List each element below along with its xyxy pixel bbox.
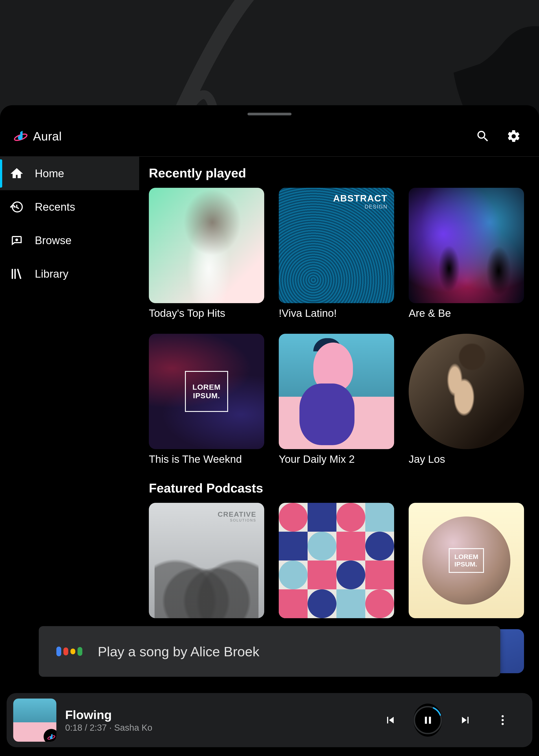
svg-rect-12 [308,561,337,589]
svg-rect-9 [337,532,365,561]
svg-point-21 [414,704,442,737]
more-vert-icon [496,714,509,727]
play-pause-button[interactable] [414,706,442,734]
playlist-tile[interactable]: Are & Be [409,188,524,319]
tile-label: !Viva Latino! [279,307,394,319]
nav-item-home[interactable]: Home [0,157,139,190]
featured-podcasts-grid: CREATIVE SOLUTIONS [149,503,529,618]
tile-label: Are & Be [409,307,524,319]
progress-ring [414,704,442,737]
svg-point-23 [501,719,504,721]
now-playing-art[interactable] [13,699,56,742]
assistant-text: Play a song by Alice Broek [98,644,259,659]
cover-overlay-text: IPSUM. [454,561,477,568]
svg-point-10 [365,532,394,561]
skip-next-icon [459,714,472,727]
svg-rect-4 [308,503,337,532]
app-title: Aural [33,129,62,143]
svg-point-24 [501,723,504,725]
playlist-tile[interactable]: Today's Top Hits [149,188,264,319]
browse-icon [10,233,24,248]
cover-art [279,334,394,449]
now-playing-info[interactable]: Flowing 0:18 / 2:37 · Sasha Ko [65,708,152,733]
svg-rect-15 [279,589,308,618]
svg-point-11 [279,561,308,589]
gear-icon [506,129,521,144]
cover-overlay-text: ABSTRACT [333,193,388,204]
cover-art [409,334,524,449]
app-logo[interactable]: Aural [13,128,62,144]
svg-point-22 [501,715,504,718]
podcast-tile[interactable] [279,503,394,618]
cover-overlay-text: LOREM [454,553,478,560]
history-icon [10,200,24,214]
tile-label: This is The Weeknd [149,453,264,465]
settings-button[interactable] [501,124,526,148]
nav-label: Library [35,267,68,280]
svg-point-5 [337,503,365,532]
cover-art [149,188,264,303]
app-logo-icon [13,128,28,144]
nav-item-recents[interactable]: Recents [0,190,139,224]
svg-point-18 [365,589,394,618]
cover-art [279,503,394,618]
tile-label: Jay Los [409,453,524,465]
cover-overlay-text: IPSUM. [193,391,220,400]
tile-label: Today's Top Hits [149,307,264,319]
home-icon [10,167,24,181]
search-icon [476,129,490,144]
more-options-button[interactable] [488,706,517,734]
previous-track-button[interactable] [376,706,405,734]
svg-point-16 [308,589,337,618]
recently-played-grid: Today's Top Hits ABSTRACT DESIGN !Viva L… [149,188,529,465]
library-icon [10,267,24,281]
svg-point-13 [337,561,365,589]
now-playing-bar[interactable]: Flowing 0:18 / 2:37 · Sasha Ko [7,693,532,747]
nav-item-browse[interactable]: Browse [0,224,139,257]
search-button[interactable] [471,124,495,148]
nav-item-library[interactable]: Library [0,257,139,291]
nav-label: Browse [35,234,72,247]
svg-rect-14 [365,561,394,589]
cover-art: LOREM IPSUM. [149,334,264,449]
next-track-button[interactable] [451,706,480,734]
svg-point-8 [308,532,337,561]
svg-rect-6 [365,503,394,532]
svg-point-2 [16,239,18,241]
cover-overlay-text: DESIGN [333,204,388,210]
now-playing-title: Flowing [65,708,152,722]
section-title-recently-played: Recently played [149,166,529,180]
ambient-background [0,0,539,123]
tile-label: Your Daily Mix 2 [279,453,394,465]
podcast-tile[interactable]: LOREM IPSUM. [409,503,524,618]
cover-art: ABSTRACT DESIGN [279,188,394,303]
section-title-featured-podcasts: Featured Podcasts [149,481,529,495]
podcast-tile[interactable]: CREATIVE SOLUTIONS [149,503,264,618]
cover-art [409,188,524,303]
nav-label: Home [35,167,64,180]
cover-art: CREATIVE SOLUTIONS [149,503,264,618]
playlist-tile[interactable]: ABSTRACT DESIGN !Viva Latino! [279,188,394,319]
skip-previous-icon [384,714,397,727]
assistant-icon [56,646,82,656]
svg-point-3 [279,503,308,532]
svg-rect-0 [0,0,539,123]
playlist-tile[interactable]: LOREM IPSUM. This is The Weeknd [149,334,264,465]
cover-art: LOREM IPSUM. [409,503,524,618]
now-playing-subtitle: 0:18 / 2:37 · Sasha Ko [65,723,152,733]
svg-rect-7 [279,532,308,561]
drag-handle[interactable] [248,113,291,115]
playlist-tile[interactable]: Your Daily Mix 2 [279,334,394,465]
assistant-overlay[interactable]: Play a song by Alice Broek [39,626,500,677]
cover-overlay-text: LOREM [193,383,221,391]
svg-rect-17 [337,589,365,618]
cover-overlay-text: CREATIVE [218,510,256,518]
cover-overlay-text: SOLUTIONS [218,518,256,522]
header: Aural [0,115,539,156]
nav-label: Recents [35,200,75,213]
artist-tile[interactable]: Jay Los [409,334,524,465]
